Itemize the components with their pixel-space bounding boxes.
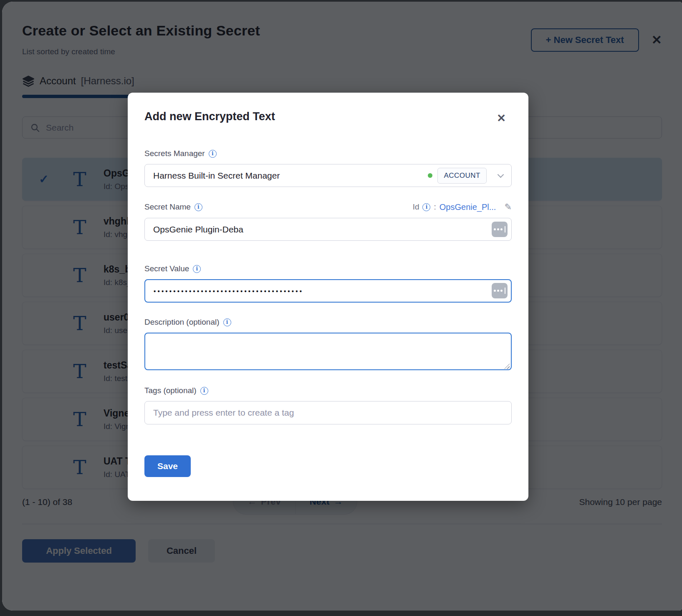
secrets-manager-value: Harness Built-in Secret Manager (153, 171, 428, 181)
info-icon[interactable]: i (223, 318, 231, 326)
save-button[interactable]: Save (144, 455, 191, 477)
info-icon[interactable]: i (200, 387, 208, 395)
description-textarea[interactable] (144, 333, 512, 370)
modal-title: Add new Encrypted Text (144, 110, 275, 123)
screen: Create or Select an Existing Secret List… (0, 0, 682, 616)
secret-value-input[interactable]: •••••••••••••••••••••••••••••••••••••• (144, 279, 512, 303)
value-type-selector-icon[interactable] (492, 222, 508, 237)
chevron-down-icon (498, 172, 504, 178)
secret-name-label: Secret Name (144, 202, 191, 212)
secrets-manager-select[interactable]: Harness Built-in Secret Manager ACCOUNT (144, 164, 512, 187)
info-icon[interactable]: i (194, 203, 202, 211)
info-icon[interactable]: i (422, 203, 430, 211)
tags-label: Tags (optional) (144, 386, 197, 395)
tags-input[interactable] (144, 401, 512, 424)
info-icon[interactable]: i (193, 265, 201, 273)
secret-value-label: Secret Value (144, 264, 189, 273)
modal-close-icon[interactable]: ✕ (497, 112, 506, 125)
secret-id-link[interactable]: OpsGenie_Pl... (440, 202, 496, 212)
secret-name-input[interactable] (144, 218, 512, 241)
info-icon[interactable]: i (209, 150, 217, 158)
scope-status-dot (428, 173, 432, 178)
description-label: Description (optional) (144, 318, 220, 327)
scope-badge: ACCOUNT (437, 168, 487, 184)
id-label: Id (413, 202, 419, 212)
add-encrypted-text-modal: Add new Encrypted Text ✕ Secrets Manager… (128, 93, 528, 501)
edit-id-pencil-icon[interactable]: ✎ (504, 202, 512, 212)
secrets-manager-label: Secrets Manager (144, 149, 205, 158)
value-type-selector-icon[interactable] (492, 283, 508, 298)
